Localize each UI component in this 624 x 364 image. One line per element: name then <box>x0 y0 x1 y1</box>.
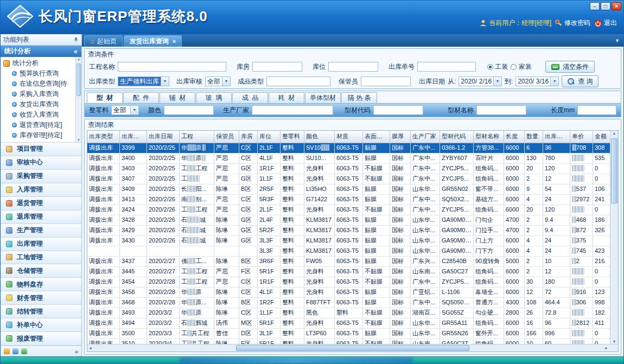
table-row[interactable]: 调拨出库34242020/2/26工▒▒工程严思C区2L1F整料光身料6063-… <box>87 205 610 215</box>
change-password-button[interactable]: 修改密码 <box>555 18 590 28</box>
table-row[interactable]: 调拨出库35002020/3/3工▒共工程曹佳D区3L1F整料LT3P60606… <box>87 329 610 339</box>
date-from-picker[interactable]: 2020/ 2/16 ▼ <box>459 76 502 86</box>
column-header[interactable]: 整零料 <box>281 131 304 143</box>
sidebar-module[interactable]: 结转管理 <box>1 305 81 318</box>
sidebar-module[interactable]: 入库管理 <box>1 183 81 197</box>
column-header[interactable]: 颜色 <box>304 131 335 143</box>
column-header[interactable]: 库房 <box>239 131 258 143</box>
column-header[interactable]: 生产厂家 <box>411 131 440 143</box>
tab-shipping-outbound-query[interactable]: 发货出库查询 × <box>124 35 182 47</box>
table-row[interactable]: 调拨出库34542020/2/28工▒▒工程严思C区1R1F整料光身料6063-… <box>87 277 610 288</box>
table-row[interactable]: 调拨出库34452020/2/27工▒▒工程严思F区5R1F整料光身料6063-… <box>87 267 610 277</box>
tree-root-statistics[interactable]: 统计分析 <box>3 58 75 68</box>
whole-piece-select[interactable]: 全部 ▼ <box>111 105 139 115</box>
chart-icon[interactable] <box>21 348 27 354</box>
chevron-down-icon[interactable]: ▼ <box>222 77 230 86</box>
column-header[interactable]: 数量 <box>525 131 543 143</box>
outbound-audit-select[interactable]: 全部 ▼ <box>205 76 231 86</box>
tree-scroll-down-icon[interactable]: ▼ <box>76 138 81 142</box>
tree-scroll-up-icon[interactable]: ▲ <box>76 58 81 61</box>
column-header[interactable]: 金额 <box>593 131 610 143</box>
scroll-up-icon[interactable]: ▲ <box>610 131 618 135</box>
chevron-down-icon[interactable]: ▼ <box>161 77 169 86</box>
tree-scrollbar[interactable]: ▲ ▼ <box>75 57 81 142</box>
table-row[interactable]: 调拨出库34002020/2/25华▒▒原▒严思C区4L1F整料SU10...6… <box>87 154 610 164</box>
tab-home[interactable]: ⌂ 起始页 <box>84 35 123 47</box>
vertical-scroll-thumb[interactable] <box>611 138 617 203</box>
table-row[interactable]: 调拨出库34942020/3/2石▒▒辉城汤伟M区5R1F整料光身料6063-T… <box>87 318 610 329</box>
table-row[interactable]: 调拨出库34072020/2/25工▒▒▒严思G区1L1F整料光身料6063-T… <box>87 174 610 184</box>
material-tab[interactable]: 辅 材 <box>160 92 195 103</box>
sidebar-module[interactable]: 补单中心 <box>1 318 81 332</box>
tree-item[interactable]: 发货出库查询 <box>3 99 75 110</box>
radio-jiazhuang[interactable]: 家装 <box>511 62 531 72</box>
sidebar-module[interactable]: 仓储管理 <box>1 264 81 278</box>
scroll-right-icon[interactable]: ► <box>604 346 608 350</box>
sidebar-module[interactable]: 退货管理 <box>1 197 81 210</box>
column-header[interactable]: 型材名称 <box>474 131 504 143</box>
manufacturer-input[interactable] <box>252 105 333 115</box>
sidebar-module[interactable]: 物料盘存 <box>1 278 81 291</box>
column-header[interactable]: 膜厚 <box>390 131 411 143</box>
location-input[interactable] <box>328 62 378 72</box>
sidebar-module[interactable]: 审核中心 <box>1 156 81 170</box>
material-tab[interactable]: 玻 璃 <box>196 92 232 103</box>
chevron-down-icon[interactable]: ▼ <box>550 77 558 86</box>
column-header[interactable]: 保管员 <box>214 131 239 143</box>
project-name-input[interactable] <box>118 62 226 72</box>
sidebar-module[interactable]: 采购管理 <box>1 170 81 183</box>
clear-conditions-button[interactable]: 清空条件 <box>545 61 595 73</box>
sidebar-module[interactable]: 财务管理 <box>1 291 81 305</box>
chevron-down-icon[interactable]: ▼ <box>130 106 138 114</box>
table-row[interactable]: 3L3F整料KLM38176063-T5贴膜国标山东华...GA90M09...… <box>87 246 610 257</box>
material-tab[interactable]: 成 品 <box>232 92 268 103</box>
sidebar-module[interactable]: 出库管理 <box>1 238 81 251</box>
table-row[interactable]: 调拨出库34282020/2/26石▒▒▒城陈琳G区2L4F整料KLM38176… <box>87 215 610 226</box>
tree-item[interactable]: 库存管理[待定] <box>3 130 75 141</box>
collapse-icon[interactable]: « <box>74 48 78 55</box>
sidebar-module[interactable]: 工地管理 <box>1 251 81 265</box>
scroll-down-icon[interactable]: ▼ <box>610 340 618 343</box>
sidebar-section-statistics[interactable]: 统计分析 « <box>1 46 81 57</box>
color-input[interactable] <box>164 105 214 115</box>
horizontal-scrollbar[interactable]: ◄ ► <box>87 344 618 352</box>
outbound-no-input[interactable] <box>417 62 476 72</box>
sidebar-module[interactable]: 项目管理 <box>1 143 81 156</box>
table-row[interactable]: 调拨出库33992020/2/25华▒▒原▒严思C区2L1F整料SV10▒▒60… <box>87 143 610 154</box>
column-header[interactable]: 出库日期 <box>147 131 180 143</box>
material-tab[interactable]: 单体型材 <box>305 92 341 103</box>
radio-gongzhuang[interactable]: 工装 <box>487 62 508 72</box>
sidebar-module[interactable]: 生产管理 <box>1 224 81 238</box>
material-tab[interactable]: 配 件 <box>123 92 159 103</box>
column-header[interactable]: 工程 <box>180 131 214 143</box>
column-header[interactable]: 材质 <box>335 131 363 143</box>
column-header[interactable]: 表面处理 <box>363 131 390 143</box>
chevron-down-icon[interactable]: ▼ <box>493 77 501 86</box>
warehouse-input[interactable] <box>252 62 302 72</box>
date-to-picker[interactable]: 2020/ 3/16 ▼ <box>515 76 559 86</box>
length-input[interactable] <box>577 105 616 115</box>
logout-button[interactable]: 退出 <box>594 18 617 28</box>
tree-item[interactable]: 退货查询[待定] <box>3 120 75 130</box>
table-row[interactable]: 调拨出库34932020/3/2华▒▒原陈琳C区1L1F整料黑色塑料不贴膜国标湖… <box>87 308 610 318</box>
footer-more-icon[interactable]: » <box>75 348 78 355</box>
table-row[interactable]: 调拨出库34032020/2/25工▒▒工程严思G区1R1F整料光身料6063-… <box>87 164 610 174</box>
search-button[interactable]: 查 询 <box>562 75 598 87</box>
tree-item[interactable]: 收货入库查询 <box>3 110 75 120</box>
horizontal-scroll-thumb[interactable] <box>236 345 469 351</box>
profile-name-input[interactable] <box>476 105 526 115</box>
table-row[interactable]: 调拨出库34132020/2/26南▒▒别...严思C区5R3F整料G71422… <box>87 195 610 205</box>
scroll-left-icon[interactable]: ◄ <box>88 346 92 350</box>
column-header[interactable]: 出库单号 <box>120 131 147 143</box>
sidebar-module[interactable]: 退库管理 <box>1 210 81 224</box>
sidebar-module[interactable]: 报废管理 <box>1 332 81 346</box>
pin-icon[interactable] <box>73 37 79 42</box>
radio-jiazhuang-icon[interactable] <box>511 64 517 70</box>
outbound-type-select[interactable]: 生产领料出库 ▼ <box>118 76 169 86</box>
tree-item[interactable]: 预算执行查询 <box>3 68 75 79</box>
keeper-input[interactable] <box>361 76 411 86</box>
column-header[interactable]: 型材代码 <box>440 131 474 143</box>
table-row[interactable]: 调拨出库35102020/3/4工▒共工程陈琳F区5R1F整料光身料6063-T… <box>87 339 610 344</box>
maximize-button[interactable]: □ <box>601 2 610 10</box>
tree-item[interactable]: 采购入库查询 <box>3 89 75 99</box>
